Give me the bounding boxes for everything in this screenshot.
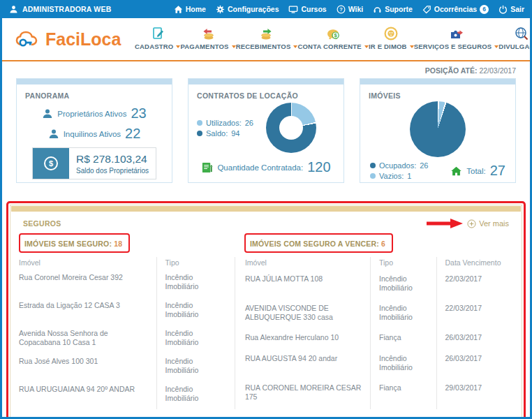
sem-seguro-count: 18 xyxy=(114,240,122,248)
table-row-tipo: Incêndio Imobiliário xyxy=(156,325,235,353)
monitor-icon xyxy=(288,5,298,14)
nav-item-cadastro[interactable]: CADASTRO xyxy=(135,27,180,50)
legend-vazios: Vazios: 1 xyxy=(370,172,428,180)
sem-seguro-subtitle: IMÓVEIS SEM SEGURO: 18 xyxy=(24,240,122,248)
nav-item-conta-corrente[interactable]: $ CONTA CORRENTE xyxy=(297,27,368,50)
table-row-imovel: Rua José Alves 100 301 xyxy=(19,353,156,381)
column-header: Imóvel xyxy=(245,257,370,271)
lion-badge-icon xyxy=(384,27,398,41)
user-icon xyxy=(9,5,18,14)
table-row-data: 26/03/2017 xyxy=(436,330,509,350)
table-row-imovel: RUA AUGUSTA 94 20 andar xyxy=(245,351,370,380)
owners-balance-label: Saldo dos Proprietários xyxy=(76,167,149,175)
seguros-title: SEGUROS xyxy=(23,219,61,228)
panel-top-strip xyxy=(17,79,172,84)
owners-balance-box: $ R$ 278.103,24 Saldo dos Proprietários xyxy=(32,147,156,179)
topbar-item-suporte[interactable]: Suporte xyxy=(373,5,413,14)
contract-icon xyxy=(201,161,213,174)
panel-panorama: PANORAMA Proprietários Ativos 23 Inquili… xyxy=(16,78,172,183)
sem-seguro-table: Imóvel Tipo Rua Coronel Moreira Cesar 39… xyxy=(19,257,235,409)
table-row-tipo: Incêndio Imobiliário xyxy=(370,271,436,300)
panel-title: IMÓVEIS xyxy=(369,91,507,100)
table-row-tipo: Fiança xyxy=(370,330,436,350)
table-row-tipo: Incêndio Imobiliário xyxy=(156,381,235,409)
column-header: Imóvel xyxy=(19,257,156,270)
topbar-item-cursos[interactable]: Cursos xyxy=(288,5,326,14)
panel-title: PANORAMA xyxy=(25,91,163,100)
main-nav: CADASTRO PAGAMENTOS RECEBIMENTOS $ CONTA… xyxy=(132,24,532,54)
column-header: Tipo xyxy=(156,257,235,270)
contracts-total-row: Quantidade Contratada: 120 xyxy=(197,159,335,175)
legend-dot-dark xyxy=(370,163,376,168)
position-date: 22/03/2017 xyxy=(479,66,516,75)
column-header: Tipo xyxy=(370,257,436,271)
legend-saldo: Saldo: 94 xyxy=(197,129,253,138)
topbar-item-sair[interactable]: Sair xyxy=(498,5,524,14)
table-row-data: 22/03/2017 xyxy=(436,300,509,330)
panel-imoveis: IMÓVEIS Ocupados: 26 Vazios: 1 Total: 27 xyxy=(360,78,516,183)
nav-item-recebimentos[interactable]: RECEBIMENTOS xyxy=(236,27,298,50)
stat-inquilinos: Inquilinos Ativos 22 xyxy=(48,126,141,142)
legend-dot-light xyxy=(370,173,376,179)
topbar-item-configuracoes[interactable]: Configurações xyxy=(216,5,279,14)
a-vencer-annotation-box: IMÓVEIS COM SEGURO A VENCER: 6 xyxy=(244,233,393,253)
cloud-key-logo-icon xyxy=(15,28,43,50)
panel-top-strip xyxy=(360,79,515,84)
table-row-imovel: RUA CORONEL MOREIRA CESAR 175 xyxy=(245,380,370,409)
position-label: POSIÇÃO ATÉ: xyxy=(425,66,478,75)
globe-icon xyxy=(515,27,529,41)
seguros-top-strip xyxy=(11,206,521,212)
dollar-circle-icon: $ xyxy=(33,148,69,179)
tag-icon xyxy=(422,5,431,14)
position-date-row: POSIÇÃO ATÉ: 22/03/2017 xyxy=(2,61,530,78)
properties-total-row: Total: 27 xyxy=(450,163,505,179)
nav-item-servicos-e-seguros[interactable]: SERVIÇOS E SEGUROS xyxy=(414,27,499,50)
topbar-item-wiki[interactable]: ? Wiki xyxy=(337,5,364,14)
app-logo[interactable]: FaciLoca xyxy=(15,28,132,50)
person-icon xyxy=(42,108,53,119)
owners-balance-amount: R$ 278.103,24 xyxy=(76,153,149,166)
logged-user[interactable]: ADMINISTRADORA WEB xyxy=(9,5,111,14)
seguros-annotation-border: SEGUROS Ver mais IMÓVEIS SEM SEGURO: xyxy=(6,201,526,419)
table-row-imovel: Avenida Nossa Senhora de Copacabana 10 C… xyxy=(19,325,156,353)
person-icon xyxy=(48,128,59,140)
topbar-item-home[interactable]: Home xyxy=(174,5,206,14)
headset-icon xyxy=(373,5,382,14)
table-row-imovel: Estrada da Ligação 12 CASA 3 xyxy=(19,297,156,325)
annotation-arrow-icon xyxy=(427,218,463,229)
a-vencer-table: Imóvel Tipo Data Vencimento RUA JÚLIA MO… xyxy=(235,257,509,409)
table-row-tipo: Incêndio Imobiliário xyxy=(370,351,436,380)
stat-proprietarios: Proprietários Ativos 23 xyxy=(42,105,146,122)
table-row-imovel: Rua Alexandre Herculano 10 xyxy=(245,330,370,350)
coins-arrow-left-icon xyxy=(200,27,216,41)
legend-dot-light xyxy=(197,120,202,126)
circle-plus-icon xyxy=(467,219,476,228)
nav-item-pagamentos[interactable]: PAGAMENTOS xyxy=(180,27,235,50)
table-row-tipo: Fiança xyxy=(370,380,436,409)
topbar-item-ocorrencias[interactable]: Ocorrências 6 xyxy=(422,5,489,14)
logo-text: FaciLoca xyxy=(45,29,121,50)
nav-item-ir-e-dimob[interactable]: IR E DIMOB xyxy=(369,27,414,50)
power-icon xyxy=(498,5,508,14)
ver-mais-link[interactable]: Ver mais xyxy=(467,219,509,228)
table-row-tipo: Incêndio Imobiliário xyxy=(370,300,436,330)
house-icon xyxy=(450,166,462,177)
home-icon xyxy=(174,5,183,14)
column-header: Data Vencimento xyxy=(436,257,509,271)
a-vencer-subtitle: IMÓVEIS COM SEGURO A VENCER: 6 xyxy=(250,240,385,248)
table-row-imovel: Rua Coronel Moreira Cesar 392 xyxy=(19,270,156,297)
nav-item-divulgacao[interactable]: DIVULGAÇÃO xyxy=(498,27,532,50)
contratos-legend: Utilizados: 26 Saldo: 94 xyxy=(197,119,253,138)
piggy-bank-icon: $ xyxy=(326,27,341,41)
question-icon: ? xyxy=(337,5,346,14)
a-vencer-count: 6 xyxy=(381,240,385,248)
sem-seguro-annotation-box: IMÓVEIS SEM SEGURO: 18 xyxy=(19,233,130,253)
svg-text:?: ? xyxy=(339,6,343,13)
topbar-menu: Home Configurações Cursos ? Wiki Suporte… xyxy=(174,5,524,14)
gear-icon xyxy=(216,5,225,14)
table-row-tipo: Incêndio Imobiliário xyxy=(156,270,235,297)
panel-top-strip xyxy=(189,79,343,84)
table-row-data: 22/03/2017 xyxy=(436,271,509,300)
dashboard-panels: PANORAMA Proprietários Ativos 23 Inquili… xyxy=(2,78,530,183)
topbar: ADMINISTRADORA WEB Home Configurações Cu… xyxy=(2,0,530,18)
